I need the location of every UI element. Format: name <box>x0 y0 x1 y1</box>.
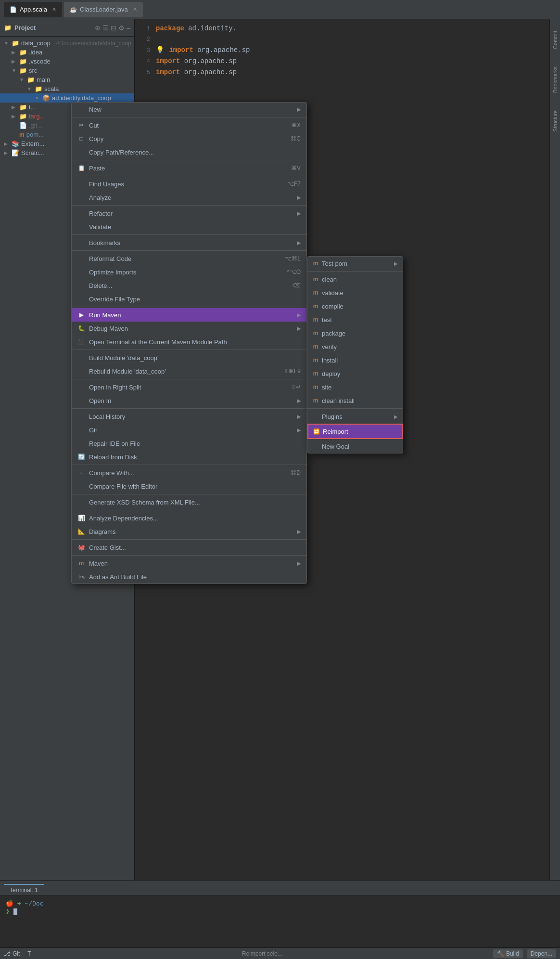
sub-menu-new-goal[interactable]: New Goal <box>307 440 403 453</box>
menu-item-override[interactable]: Override File Type <box>72 292 306 306</box>
menu-item-new[interactable]: New ▶ <box>72 103 306 116</box>
tab-classloader-label: ClassLoader.java <box>80 6 128 13</box>
tree-label-ad-identity: ad.identity.data_coop <box>52 94 111 102</box>
tab-app-scala-close[interactable]: ✕ <box>52 6 56 13</box>
menu-item-open-terminal[interactable]: ⬛ Open Terminal at the Current Maven Mod… <box>72 335 306 349</box>
menu-item-local-history[interactable]: Local History ▶ <box>72 410 306 423</box>
menu-item-create-gist[interactable]: 🐙 Create Gist... <box>72 541 306 554</box>
menu-item-copy[interactable]: □ Copy ⌘C <box>72 132 306 145</box>
sub-menu-clean[interactable]: m clean <box>307 272 403 286</box>
build-button[interactable]: 🔨 Build <box>493 949 523 958</box>
tree-item-scala[interactable]: ▼ 📁 scala <box>0 84 134 93</box>
code-line-3: 3 💡 import org.apache.sp <box>135 45 549 56</box>
menu-label-compare-with: Compare With... <box>89 469 287 477</box>
tab-app-scala[interactable]: 📄 App.scala ✕ <box>4 2 62 17</box>
menu-item-copy-path[interactable]: Copy Path/Reference... <box>72 145 306 159</box>
sub-menu-validate[interactable]: m validate <box>307 286 403 299</box>
filter-icon[interactable]: ☰ <box>102 24 109 32</box>
sync-icon[interactable]: ⊕ <box>95 24 101 32</box>
menu-item-reformat[interactable]: Reformat Code ⌥⌘L <box>72 252 306 265</box>
tree-item-src[interactable]: ▼ 📁 src <box>0 66 134 75</box>
commit-tab[interactable]: Commit <box>551 27 559 53</box>
menu-label-find-usages: Find Usages <box>89 181 283 188</box>
sub-menu-deploy[interactable]: m deploy <box>307 367 403 380</box>
bookmarks-side-tab[interactable]: Bookmarks <box>551 63 559 97</box>
terminal-tab[interactable]: Terminal: 1 <box>4 884 44 895</box>
structure-tab[interactable]: Structure <box>551 106 559 136</box>
menu-item-rebuild-module[interactable]: Rebuild Module 'data_coop' ⇧⌘F9 <box>72 364 306 378</box>
sub-sep-2 <box>307 408 403 409</box>
menu-item-open-in[interactable]: Open In ▶ <box>72 394 306 407</box>
tree-icon-src: 📁 <box>19 67 27 74</box>
menu-item-validate[interactable]: Validate <box>72 220 306 233</box>
git-status-label: Git <box>13 950 20 957</box>
sub-icon-clean: m <box>312 276 319 283</box>
menu-item-refactor[interactable]: Refactor ▶ <box>72 207 306 220</box>
menu-item-run-maven[interactable]: ▶ Run Maven ▶ <box>72 308 306 322</box>
menu-item-git[interactable]: Git ▶ <box>72 423 306 437</box>
menu-item-optimize[interactable]: Optimize Imports ^⌥O <box>72 265 306 279</box>
menu-item-generate-xsd[interactable]: Generate XSD Schema from XML File... <box>72 495 306 509</box>
sub-label-test: test <box>322 316 332 324</box>
sub-menu-compile[interactable]: m compile <box>307 299 403 313</box>
menu-label-copy: Copy <box>89 135 287 143</box>
code-line-2: 2 <box>135 34 549 45</box>
delete-icon <box>77 282 85 289</box>
dependencies-button[interactable]: Depen... <box>527 949 556 958</box>
open-right-split-shortcut: ⇧↵ <box>291 384 301 390</box>
menu-label-reload-disk: Reload from Disk <box>89 454 301 461</box>
menu-item-repair-ide[interactable]: Repair IDE on File <box>72 437 306 450</box>
settings-icon[interactable]: ⚙ <box>118 24 125 32</box>
tree-icon-idea: 📁 <box>19 49 27 56</box>
sub-menu-reimport[interactable]: 🔁 Reimport <box>308 425 402 438</box>
sep-12 <box>72 494 306 494</box>
terminal-status[interactable]: T <box>27 950 31 957</box>
sub-menu-package[interactable]: m package <box>307 326 403 340</box>
menu-item-delete[interactable]: Delete... ⌫ <box>72 279 306 292</box>
menu-item-paste[interactable]: 📋 Paste ⌘V <box>72 161 306 175</box>
tree-item-idea[interactable]: ▶ 📁 .idea <box>0 48 134 57</box>
sub-menu-verify[interactable]: m verify <box>307 340 403 353</box>
menu-item-analyze-deps[interactable]: 📊 Analyze Dependencies... <box>72 511 306 525</box>
menu-item-cut[interactable]: ✂ Cut ⌘X <box>72 118 306 132</box>
tree-icon-main: 📁 <box>27 76 35 83</box>
menu-item-find-usages[interactable]: Find Usages ⌥F7 <box>72 177 306 191</box>
menu-item-reload-disk[interactable]: 🔄 Reload from Disk <box>72 450 306 464</box>
tab-classloader-java[interactable]: ☕ ClassLoader.java ✕ <box>64 2 143 17</box>
git-status[interactable]: ⎇ Git <box>4 950 20 957</box>
menu-item-add-ant[interactable]: 🐜 Add as Ant Build File <box>72 570 306 583</box>
analyze-arrow: ▶ <box>297 194 301 201</box>
tab-classloader-close[interactable]: ✕ <box>133 6 137 13</box>
menu-label-copy-path: Copy Path/Reference... <box>89 149 301 156</box>
menu-item-compare-file[interactable]: Compare File with Editor <box>72 480 306 493</box>
terminal-path: ~/Doc <box>25 900 43 907</box>
collapse-icon[interactable]: ⊟ <box>111 24 116 32</box>
menu-item-build-module[interactable]: Build Module 'data_coop' <box>72 351 306 364</box>
menu-item-bookmarks[interactable]: Bookmarks ▶ <box>72 236 306 249</box>
analyze-deps-icon: 📊 <box>77 514 85 522</box>
tree-label-gitignore: .git... <box>29 122 42 129</box>
run-maven-arrow: ▶ <box>297 312 301 318</box>
tree-item-main[interactable]: ▼ 📁 main <box>0 75 134 84</box>
menu-item-analyze[interactable]: Analyze ▶ <box>72 191 306 204</box>
sub-menu-test[interactable]: m test <box>307 313 403 326</box>
sub-menu-install[interactable]: m install <box>307 353 403 367</box>
tree-item-vscode[interactable]: ▶ 📁 .vscode <box>0 57 134 66</box>
sub-menu-test-pom[interactable]: m Test pom ▶ <box>307 257 403 270</box>
sub-menu-plugins[interactable]: Plugins ▶ <box>307 410 403 423</box>
tree-item-ad-identity[interactable]: ▼ 📦 ad.identity.data_coop <box>0 93 134 103</box>
sub-menu-site[interactable]: m site <box>307 380 403 394</box>
menu-item-debug-maven[interactable]: 🐛 Debug Maven ▶ <box>72 322 306 335</box>
run-maven-icon: ▶ <box>77 311 85 319</box>
hide-icon[interactable]: – <box>127 24 130 32</box>
tree-arrow-src: ▼ <box>12 68 17 73</box>
menu-item-open-right-split[interactable]: Open in Right Split ⇧↵ <box>72 380 306 394</box>
menu-item-diagrams[interactable]: 📐 Diagrams ▶ <box>72 525 306 538</box>
sub-label-new-goal: New Goal <box>322 443 349 450</box>
tree-item-data-coop[interactable]: ▼ 📁 data_coop ~/Documents/code/data_coop <box>0 39 134 48</box>
copy-icon: □ <box>77 135 85 143</box>
menu-item-compare-with[interactable]: ↔ Compare With... ⌘D <box>72 466 306 480</box>
menu-item-maven[interactable]: m Maven ▶ <box>72 557 306 570</box>
sub-label-validate: validate <box>322 289 344 297</box>
sub-menu-clean-install[interactable]: m clean install <box>307 394 403 407</box>
